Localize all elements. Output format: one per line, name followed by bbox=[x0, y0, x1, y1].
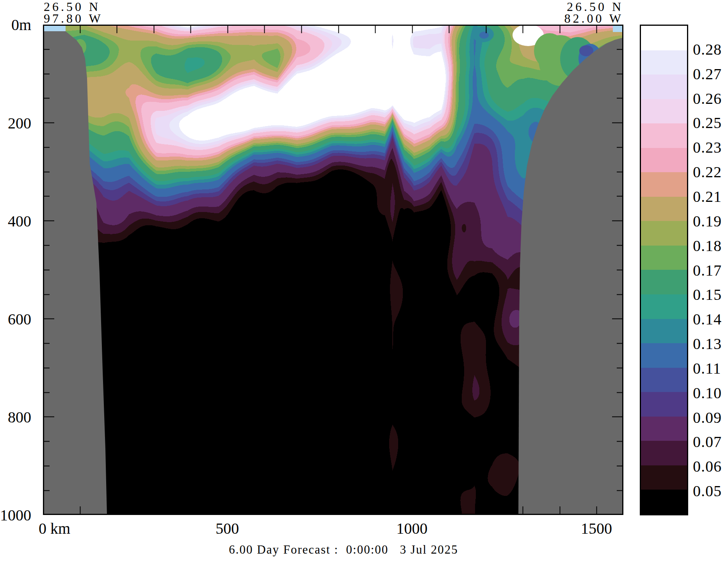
colorbar-segment-3 bbox=[641, 99, 687, 124]
colorbar-label-0.21: 0.21 bbox=[693, 187, 722, 205]
top-left-coordinates: 26.50 N97.80 W bbox=[44, 1, 103, 24]
colorbar-segment-2 bbox=[641, 75, 687, 99]
colorbar-label-0.23: 0.23 bbox=[693, 138, 722, 157]
colorbar-segment-13 bbox=[641, 343, 687, 368]
colorbar-segment-5 bbox=[641, 148, 687, 173]
colorbar-label-0.13: 0.13 bbox=[693, 335, 722, 353]
colorbar-label-0.05: 0.05 bbox=[693, 482, 722, 500]
top-right-longitude: 82.00 W bbox=[564, 11, 623, 25]
colorbar-label-0.19: 0.19 bbox=[693, 212, 722, 230]
colorbar-segment-17 bbox=[641, 441, 687, 465]
colorbar-segment-4 bbox=[641, 123, 687, 148]
distance-label-1500: 1500 bbox=[581, 519, 612, 538]
colorbar-label-0.15: 0.15 bbox=[693, 285, 722, 304]
colorbar-label-0.26: 0.26 bbox=[693, 89, 722, 107]
colorbar-label-0.17: 0.17 bbox=[693, 261, 722, 279]
forecast-caption: 6.00 Day Forecast : 0:00:00 3 Jul 2025 bbox=[168, 543, 519, 557]
distance-label-500: 500 bbox=[215, 519, 239, 538]
depth-label-800: 800 bbox=[0, 408, 31, 426]
colorbar-segment-18 bbox=[641, 465, 687, 490]
forecast-section-page: { "corner_labels": { "top_left": { "lat"… bbox=[0, 0, 728, 563]
colorbar-segment-1 bbox=[641, 50, 687, 75]
colorbar bbox=[640, 25, 688, 515]
plot-border bbox=[43, 25, 623, 515]
colorbar-label-0.25: 0.25 bbox=[693, 114, 722, 132]
colorbar-label-0.18: 0.18 bbox=[693, 236, 722, 255]
colorbar-segment-6 bbox=[641, 172, 687, 197]
colorbar-label-0.14: 0.14 bbox=[693, 310, 722, 328]
colorbar-segment-7 bbox=[641, 197, 687, 221]
depth-label-600: 600 bbox=[0, 310, 31, 328]
colorbar-segment-10 bbox=[641, 270, 687, 294]
depth-label-200: 200 bbox=[0, 114, 31, 132]
colorbar-label-0.27: 0.27 bbox=[693, 64, 722, 83]
colorbar-label-0.07: 0.07 bbox=[693, 433, 722, 451]
colorbar-segment-12 bbox=[641, 319, 687, 344]
depth-label-1000: 1000 bbox=[0, 506, 31, 524]
colorbar-label-0.09: 0.09 bbox=[693, 408, 722, 426]
colorbar-segment-14 bbox=[641, 368, 687, 392]
colorbar-segment-8 bbox=[641, 221, 687, 246]
distance-label-1000: 1000 bbox=[396, 519, 427, 538]
colorbar-label-0.06: 0.06 bbox=[693, 457, 722, 476]
distance-label-0: 0 km bbox=[39, 519, 70, 538]
depth-label-400: 400 bbox=[0, 212, 31, 230]
colorbar-segment-11 bbox=[641, 294, 687, 319]
colorbar-label-0.22: 0.22 bbox=[693, 163, 722, 181]
colorbar-segment-15 bbox=[641, 392, 687, 417]
colorbar-label-0.28: 0.28 bbox=[693, 40, 722, 58]
colorbar-segment-9 bbox=[641, 246, 687, 270]
depth-axis-surface-label: 0m bbox=[0, 16, 31, 34]
colorbar-label-0.10: 0.10 bbox=[693, 383, 722, 402]
top-right-coordinates: 26.50 N82.00 W bbox=[522, 1, 623, 24]
colorbar-segment-0 bbox=[641, 26, 687, 50]
colorbar-segment-16 bbox=[641, 417, 687, 441]
top-left-longitude: 97.80 W bbox=[44, 11, 103, 25]
colorbar-segment-19 bbox=[641, 490, 687, 514]
colorbar-label-0.11: 0.11 bbox=[693, 359, 721, 377]
